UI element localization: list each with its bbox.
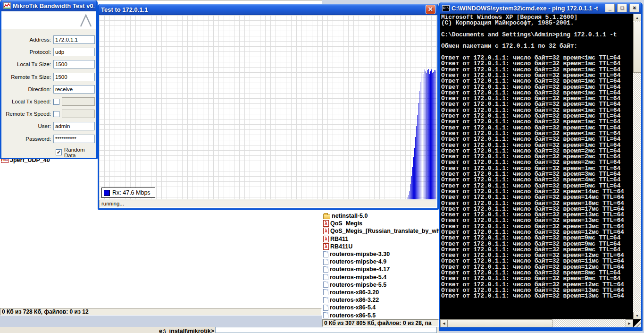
form-row: Protocol:udp	[1, 46, 96, 58]
scroll-left-icon[interactable]: ◀	[440, 319, 448, 327]
left-panel-statusbar: 0 Кб из 728 Кб, файлов: 0 из 12	[0, 308, 322, 316]
close-icon[interactable]: ×	[629, 4, 639, 12]
bandwidth-test-titlebar[interactable]: MikroTik Bandwidth Test v0.	[1, 0, 96, 11]
file-icon	[323, 305, 328, 311]
cmd-icon: C:\	[442, 5, 450, 11]
form-row: Address:172.0.1.1	[1, 34, 96, 46]
field-input[interactable]: 1500	[53, 60, 95, 68]
scroll-up-icon[interactable]: ▲	[633, 14, 641, 21]
rx-legend-swatch	[104, 190, 110, 196]
console-area: Microsoft Windows XP [Версия 5.1.2600] (…	[440, 14, 641, 327]
file-name: QoS_Megis_[Russian_translate_by_whi	[330, 228, 439, 234]
file-icon	[323, 297, 328, 303]
horizontal-scrollbar[interactable]: ◀ ▶	[440, 319, 633, 327]
vertical-scrollbar[interactable]: ▲ ▼	[633, 14, 641, 319]
folder-icon	[323, 214, 330, 219]
maximize-icon[interactable]: □	[617, 4, 627, 12]
mikrotik-logo-area	[1, 11, 96, 29]
file-row[interactable]: routeros-mipsbe-5.4	[323, 273, 439, 281]
form-row: Local Tx Speed:	[1, 95, 96, 108]
form-row: Remote Tx Size:1500	[1, 71, 96, 83]
chart-bar	[435, 70, 435, 199]
command-path-label: e:\_install\mikrotik>	[159, 328, 214, 333]
file-row[interactable]: routeros-x86-3.20	[323, 289, 439, 296]
field-label: Local Tx Size:	[1, 61, 53, 67]
pdf-icon: λ	[323, 236, 329, 242]
field-input[interactable]: 172.0.1.1	[53, 35, 95, 44]
file-row[interactable]: routeros-x86-5.4	[323, 304, 439, 311]
field-label: Address:	[1, 37, 53, 43]
file-row[interactable]: routeros-x86-3.22	[323, 296, 439, 304]
file-row[interactable]: routeros-mipsbe-3.30	[323, 250, 439, 258]
field-label: Protocol:	[1, 49, 53, 55]
minimize-icon[interactable]: _	[605, 4, 615, 12]
bandwidth-test-form: Address:172.0.1.1Protocol:udpLocal Tx Si…	[1, 29, 96, 158]
command-line-input[interactable]	[215, 327, 437, 333]
pdf-icon: λ	[323, 220, 329, 227]
file-name: routeros-x86-3.20	[330, 289, 379, 296]
random-data-row: ✓Random Data	[56, 147, 96, 158]
close-icon[interactable]: ✕	[426, 5, 435, 14]
form-row: Direction:receive	[1, 83, 96, 95]
file-icon	[323, 312, 328, 318]
file-name: routeros-mipsbe-5.5	[330, 282, 386, 288]
cmd-titlebar[interactable]: C:\ C:\WINDOWS\system32\cmd.exe - ping 1…	[440, 2, 641, 14]
cmd-title: C:\WINDOWS\system32\cmd.exe - ping 172.0…	[452, 5, 602, 12]
field-input[interactable]: 1500	[53, 73, 95, 81]
file-icon	[323, 289, 328, 295]
file-name: routeros-mipsbe-4.17	[330, 266, 390, 273]
logo-peak-icon	[80, 13, 94, 27]
file-row[interactable]: λRB411U	[323, 243, 439, 250]
vertical-scroll-thumb[interactable]	[633, 22, 641, 73]
pdf-icon: λ	[323, 243, 329, 250]
test-window-title: Test to 172.0.1.1	[101, 6, 424, 13]
chart-bars	[407, 15, 435, 199]
speed-checkbox[interactable]	[53, 99, 59, 105]
scroll-right-icon[interactable]: ▶	[626, 319, 633, 327]
scroll-down-icon[interactable]: ▼	[633, 312, 641, 319]
test-window-titlebar[interactable]: Test to 172.0.1.1 ✕	[99, 4, 437, 15]
field-input[interactable]: udp	[53, 48, 95, 56]
form-row: Remote Tx Speed:	[1, 108, 96, 120]
field-label: User:	[1, 123, 53, 129]
cmd-window: C:\ C:\WINDOWS\system32\cmd.exe - ping 1…	[439, 2, 643, 331]
file-list-right: netinstall-5.0λQoS_MegisλQoS_Megis_[Russ…	[323, 212, 439, 319]
random-data-checkbox[interactable]: ✓	[56, 149, 62, 155]
field-label: Remote Tx Size:	[1, 74, 53, 80]
form-row: Local Tx Size:1500	[1, 58, 96, 70]
test-status-text: running...	[100, 200, 437, 208]
rx-legend-label: Rx: 47.6 Mbps	[112, 189, 151, 196]
resize-grip[interactable]	[633, 319, 641, 327]
file-row[interactable]: λQoS_Megis	[323, 220, 439, 227]
file-icon	[323, 282, 328, 288]
speed-input[interactable]	[62, 110, 95, 118]
file-row[interactable]: routeros-x86-5.5	[323, 311, 439, 319]
file-name: QoS_Megis	[330, 220, 362, 227]
field-input[interactable]: **********	[53, 135, 95, 143]
file-row[interactable]: λQoS_Megis_[Russian_translate_by_whi	[323, 227, 439, 235]
bandwidth-test-window: MikroTik Bandwidth Test v0. Address:172.…	[0, 0, 98, 159]
file-name: routeros-mipsbe-3.30	[330, 251, 390, 257]
file-icon	[323, 274, 328, 280]
file-name: netinstall-5.0	[332, 213, 368, 219]
file-row[interactable]: routeros-mipsbe-4.17	[323, 265, 439, 273]
field-input[interactable]: admin	[53, 122, 95, 130]
file-row[interactable]: λRB411	[323, 235, 439, 243]
file-name: RB411U	[330, 243, 352, 250]
chart-app-icon	[3, 2, 11, 9]
file-row[interactable]: netinstall-5.0	[323, 212, 439, 220]
file-icon	[323, 251, 328, 257]
field-label: Local Tx Speed:	[1, 99, 53, 104]
console-text: Microsoft Windows XP [Версия 5.1.2600] (…	[441, 15, 632, 319]
file-row[interactable]: routeros-mipsbe-4.9	[323, 258, 439, 265]
form-row: Password:**********	[1, 133, 96, 145]
file-name: routeros-x86-5.5	[330, 312, 376, 319]
horizontal-scroll-thumb[interactable]	[448, 319, 552, 327]
file-icon	[323, 266, 328, 273]
speed-input[interactable]	[62, 97, 95, 106]
chart-legend: Rx: 47.6 Mbps	[101, 188, 155, 198]
bandwidth-test-title: MikroTik Bandwidth Test v0.	[13, 2, 94, 9]
speed-checkbox[interactable]	[53, 111, 59, 117]
file-row[interactable]: routeros-mipsbe-5.5	[323, 281, 439, 289]
field-input[interactable]: receive	[53, 85, 95, 94]
